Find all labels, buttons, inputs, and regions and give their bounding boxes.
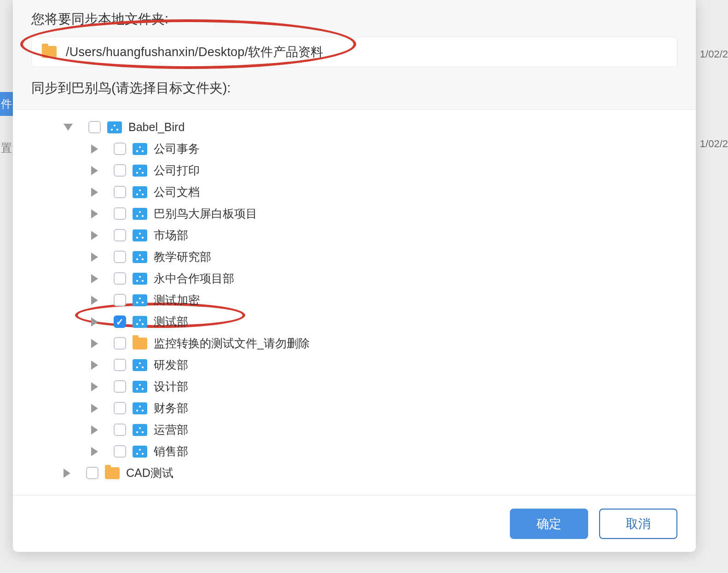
folder-label: 测试部 bbox=[154, 314, 188, 329]
folder-label: 财务部 bbox=[154, 401, 188, 416]
folder-checkbox[interactable] bbox=[114, 186, 126, 198]
disclosure-triangle-icon[interactable] bbox=[91, 209, 98, 218]
tree-row[interactable]: 销售部 bbox=[31, 441, 677, 462]
folder-checkbox[interactable] bbox=[114, 337, 126, 350]
org-folder-icon bbox=[133, 402, 147, 414]
tree-row[interactable]: CAD测试 bbox=[31, 462, 677, 484]
folder-checkbox[interactable] bbox=[114, 315, 126, 328]
org-folder-icon bbox=[133, 143, 147, 155]
bg-date-text: 1/02/2 bbox=[700, 138, 728, 150]
local-path-text: /Users/huangfushanxin/Desktop/软件产品资料 bbox=[66, 44, 323, 60]
org-folder-icon bbox=[133, 208, 147, 220]
tree-row[interactable]: 运营部 bbox=[31, 419, 677, 441]
folder-label: 公司打印 bbox=[154, 163, 200, 178]
tree-row[interactable]: 永中合作项目部 bbox=[31, 268, 677, 289]
folder-checkbox[interactable] bbox=[114, 251, 126, 263]
tree-row[interactable]: 测试部 bbox=[31, 311, 677, 332]
disclosure-triangle-icon[interactable] bbox=[64, 124, 73, 131]
disclosure-triangle-icon[interactable] bbox=[91, 447, 98, 456]
org-folder-icon bbox=[107, 121, 122, 133]
folder-checkbox[interactable] bbox=[114, 380, 126, 393]
org-folder-icon bbox=[133, 316, 147, 328]
folder-label: 销售部 bbox=[154, 444, 188, 459]
bg-left-fragment: 件 置 bbox=[0, 92, 13, 160]
folder-icon bbox=[105, 467, 120, 479]
tree-row[interactable]: 监控转换的测试文件_请勿删除 bbox=[31, 332, 677, 354]
folder-label: 巴别鸟大屏白板项目 bbox=[154, 206, 257, 221]
disclosure-triangle-icon[interactable] bbox=[91, 425, 98, 435]
org-folder-icon bbox=[133, 294, 147, 306]
org-folder-icon bbox=[133, 165, 147, 177]
tree-row[interactable]: 公司文档 bbox=[31, 181, 677, 203]
folder-checkbox[interactable] bbox=[114, 359, 126, 371]
folder-icon bbox=[42, 46, 57, 58]
disclosure-triangle-icon[interactable] bbox=[91, 361, 98, 370]
tree-row[interactable]: 公司打印 bbox=[31, 160, 677, 181]
folder-icon bbox=[133, 338, 147, 350]
org-folder-icon bbox=[133, 186, 147, 198]
disclosure-triangle-icon[interactable] bbox=[64, 469, 70, 478]
dialog-footer: 确定 取消 bbox=[13, 495, 696, 552]
folder-checkbox[interactable] bbox=[114, 294, 126, 306]
disclosure-triangle-icon[interactable] bbox=[91, 144, 98, 154]
folder-label: 公司事务 bbox=[154, 141, 200, 156]
folder-label: 运营部 bbox=[154, 422, 188, 437]
tree-row[interactable]: 教学研究部 bbox=[31, 246, 677, 268]
disclosure-triangle-icon[interactable] bbox=[91, 252, 98, 262]
folder-label: 公司文档 bbox=[154, 184, 200, 200]
folder-label: 永中合作项目部 bbox=[154, 271, 234, 286]
org-folder-icon bbox=[133, 359, 147, 371]
folder-tree: Babel_Bird公司事务公司打印公司文档巴别鸟大屏白板项目市场部教学研究部永… bbox=[13, 110, 696, 495]
org-folder-icon bbox=[133, 251, 147, 263]
folder-label: 监控转换的测试文件_请勿删除 bbox=[154, 336, 310, 351]
org-folder-icon bbox=[133, 381, 147, 393]
folder-checkbox[interactable] bbox=[114, 143, 126, 155]
disclosure-triangle-icon[interactable] bbox=[91, 274, 98, 283]
local-path-field[interactable]: /Users/huangfushanxin/Desktop/软件产品资料 bbox=[31, 37, 677, 67]
folder-checkbox[interactable] bbox=[88, 121, 101, 133]
tree-row[interactable]: Babel_Bird bbox=[31, 116, 677, 138]
tree-row[interactable]: 测试加密 bbox=[31, 289, 677, 311]
folder-checkbox[interactable] bbox=[114, 445, 126, 458]
tree-row[interactable]: 设计部 bbox=[31, 376, 677, 397]
disclosure-triangle-icon[interactable] bbox=[91, 317, 98, 327]
folder-label: Babel_Bird bbox=[128, 120, 185, 134]
folder-checkbox[interactable] bbox=[114, 402, 126, 414]
folder-checkbox[interactable] bbox=[114, 207, 126, 220]
folder-checkbox[interactable] bbox=[114, 424, 126, 436]
folder-checkbox[interactable] bbox=[114, 164, 126, 177]
disclosure-triangle-icon[interactable] bbox=[91, 404, 98, 413]
folder-checkbox[interactable] bbox=[86, 467, 98, 479]
org-folder-icon bbox=[133, 424, 147, 436]
disclosure-triangle-icon[interactable] bbox=[91, 382, 98, 391]
disclosure-triangle-icon[interactable] bbox=[91, 231, 98, 240]
tree-row[interactable]: 财务部 bbox=[31, 397, 677, 419]
disclosure-triangle-icon[interactable] bbox=[91, 166, 98, 175]
folder-label: 研发部 bbox=[154, 357, 188, 372]
folder-label: 教学研究部 bbox=[154, 249, 211, 264]
tree-row[interactable]: 巴别鸟大屏白板项目 bbox=[31, 203, 677, 224]
tree-row[interactable]: 公司事务 bbox=[31, 138, 677, 160]
folder-label: 测试加密 bbox=[154, 292, 200, 308]
org-folder-icon bbox=[133, 229, 147, 241]
cancel-button[interactable]: 取消 bbox=[599, 509, 677, 539]
local-folder-label: 您将要同步本地文件夹: bbox=[31, 10, 677, 29]
disclosure-triangle-icon[interactable] bbox=[91, 339, 98, 348]
bg-date-text: 1/02/2 bbox=[700, 48, 728, 60]
dialog-header: 您将要同步本地文件夹: /Users/huangfushanxin/Deskto… bbox=[13, 0, 696, 110]
folder-label: CAD测试 bbox=[126, 465, 173, 481]
org-folder-icon bbox=[133, 446, 147, 458]
tree-row[interactable]: 市场部 bbox=[31, 224, 677, 246]
sync-dialog: 您将要同步本地文件夹: /Users/huangfushanxin/Deskto… bbox=[13, 0, 696, 552]
folder-checkbox[interactable] bbox=[114, 272, 126, 285]
folder-checkbox[interactable] bbox=[114, 229, 126, 241]
target-folder-label: 同步到巴别鸟(请选择目标文件夹): bbox=[31, 79, 677, 97]
confirm-button[interactable]: 确定 bbox=[510, 509, 588, 539]
disclosure-triangle-icon[interactable] bbox=[91, 188, 98, 197]
org-folder-icon bbox=[133, 273, 147, 285]
tree-row[interactable]: 研发部 bbox=[31, 354, 677, 376]
folder-label: 市场部 bbox=[154, 228, 188, 243]
disclosure-triangle-icon[interactable] bbox=[91, 296, 98, 305]
folder-label: 设计部 bbox=[154, 379, 188, 394]
